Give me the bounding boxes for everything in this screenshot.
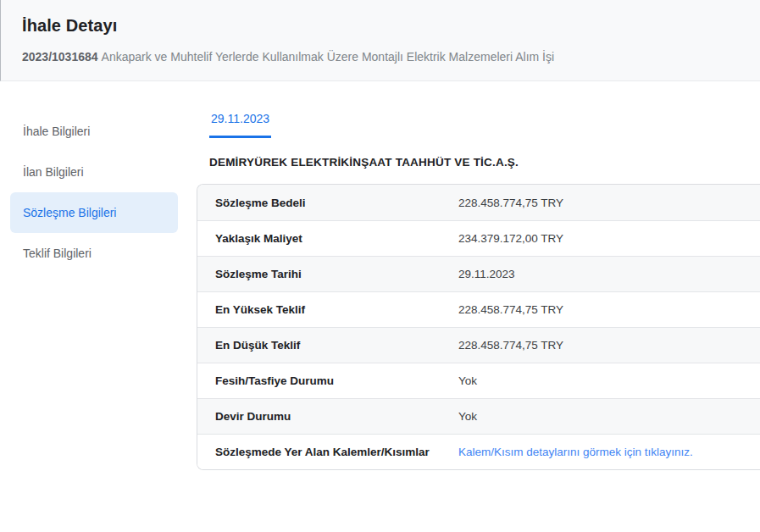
table-row: Yaklaşık Maliyet 234.379.172,00 TRY — [197, 220, 760, 256]
tender-number: 2023/1031684 — [22, 50, 98, 64]
sidebar-item[interactable]: Sözleşme Bilgileri — [10, 192, 178, 233]
main-panel: 29.11.2023 DEMİRYÜREK ELEKTRİKİNŞAAT TAA… — [197, 111, 760, 470]
row-label: En Yüksek Teklif — [197, 303, 458, 316]
table-row: Devir Durumu Yok — [197, 398, 760, 434]
row-value: 228.458.774,75 TRY — [458, 303, 563, 316]
content-area: İhale Bilgileri İlan Bilgileri Sözleşme … — [0, 81, 760, 470]
table-row: Sözleşme Tarihi 29.11.2023 — [197, 256, 760, 291]
tab-contract-date[interactable]: 29.11.2023 — [209, 111, 271, 138]
row-value: 234.379.172,00 TRY — [458, 232, 563, 245]
table-row: En Yüksek Teklif 228.458.774,75 TRY — [197, 291, 760, 327]
contractor-name: DEMİRYÜREK ELEKTRİKİNŞAAT TAAHHÜT VE TİC… — [209, 156, 760, 169]
tab-label: 29.11.2023 — [211, 112, 269, 125]
row-label: En Düşük Teklif — [197, 339, 458, 352]
tender-subtitle: 2023/1031684Ankapark ve Muhtelif Yerlerd… — [22, 50, 739, 64]
page-header: İhale Detayı 2023/1031684Ankapark ve Muh… — [0, 0, 760, 81]
row-value: 228.458.774,75 TRY — [458, 339, 563, 352]
sidebar-item-label: İhale Bilgileri — [23, 125, 90, 138]
table-row: Sözleşme Bedeli 228.458.774,75 TRY — [197, 185, 760, 220]
tender-name: Ankapark ve Muhtelif Yerlerde Kullanılma… — [102, 50, 555, 64]
row-value: 29.11.2023 — [458, 268, 515, 280]
contract-details-table: Sözleşme Bedeli 228.458.774,75 TRY Yakla… — [197, 184, 760, 470]
row-value: Yok — [458, 374, 477, 387]
row-value-link[interactable]: Kalem/Kısım detaylarını görmek için tıkl… — [458, 446, 693, 458]
sidebar-item[interactable]: İlan Bilgileri — [10, 152, 178, 192]
sidebar-item[interactable]: Teklif Bilgileri — [10, 233, 178, 274]
sidebar-item-label: Teklif Bilgileri — [23, 247, 92, 260]
row-label: Sözleşme Tarihi — [197, 268, 458, 280]
row-label: Sözleşmede Yer Alan Kalemler/Kısımlar — [197, 446, 458, 458]
table-row: Sözleşmede Yer Alan Kalemler/Kısımlar Ka… — [197, 434, 760, 469]
sidebar-item[interactable]: İhale Bilgileri — [10, 111, 178, 152]
table-row: En Düşük Teklif 228.458.774,75 TRY — [197, 327, 760, 363]
table-row: Fesih/Tasfiye Durumu Yok — [197, 363, 760, 398]
page-title: İhale Detayı — [22, 16, 739, 36]
row-label: Yaklaşık Maliyet — [197, 232, 458, 245]
tab-bar: 29.11.2023 — [197, 111, 760, 138]
sidebar-nav: İhale Bilgileri İlan Bilgileri Sözleşme … — [10, 111, 178, 274]
sidebar-item-label: Sözleşme Bilgileri — [23, 206, 116, 219]
row-label: Sözleşme Bedeli — [197, 197, 458, 209]
sidebar-item-label: İlan Bilgileri — [23, 165, 84, 179]
row-label: Fesih/Tasfiye Durumu — [197, 374, 458, 387]
row-value: 228.458.774,75 TRY — [458, 197, 563, 209]
row-value: Yok — [458, 410, 477, 423]
row-label: Devir Durumu — [197, 410, 458, 423]
